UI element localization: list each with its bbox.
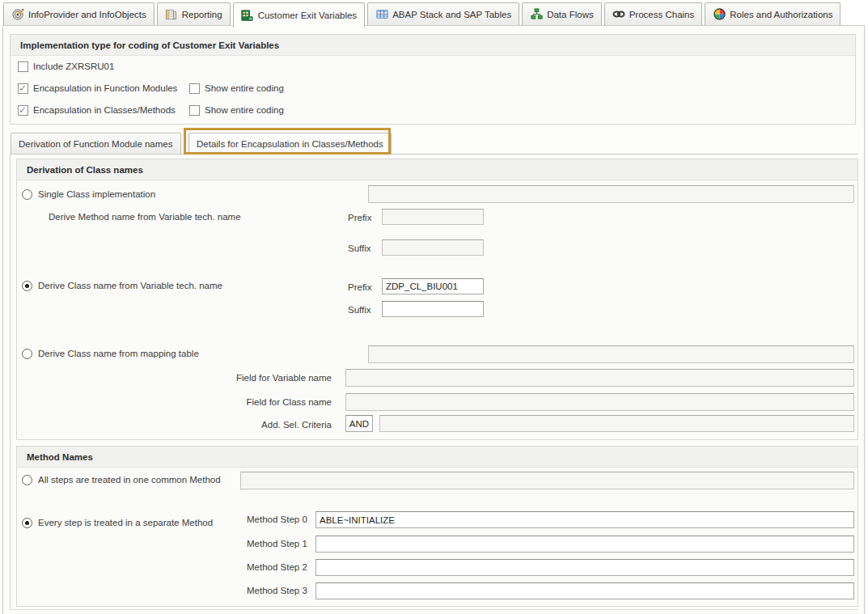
subtab-label: Derivation of Function Module names [19, 139, 173, 149]
variables-icon [241, 10, 254, 22]
tab-label: Process Chains [629, 10, 695, 19]
app-window: InfoProvider and InfoObjects Reporting C… [0, 0, 868, 614]
subpanel-top-border [10, 154, 858, 155]
single-class-radio[interactable] [22, 189, 32, 200]
field-variable-name-label: Field for Variable name [121, 373, 332, 383]
show-entire-coding-fm-label: Show entire coding [205, 83, 284, 93]
chain-icon [612, 8, 625, 20]
class-prefix-label: Prefix [348, 282, 371, 292]
show-entire-coding-fm-checkbox[interactable] [189, 83, 200, 94]
method-step-0-input[interactable] [315, 511, 854, 528]
method-suffix-field[interactable] [382, 239, 484, 256]
target-icon [11, 8, 24, 20]
tab-reporting[interactable]: Reporting [157, 2, 231, 25]
class-suffix-label: Suffix [348, 305, 371, 315]
encapsulation-function-modules-label: Encapsulation in Function Modules [33, 83, 177, 93]
method-step-2-input[interactable] [315, 559, 854, 576]
tab-label: Roles and Authorizations [730, 10, 832, 19]
method-prefix-field[interactable] [382, 209, 484, 225]
subtab-function-module-names[interactable]: Derivation of Function Module names [11, 133, 181, 154]
single-class-input[interactable] [368, 185, 854, 203]
main-tab-bar: InfoProvider and InfoObjects Reporting C… [3, 2, 840, 28]
derive-class-tech-radio[interactable] [22, 281, 32, 291]
encapsulation-classes-methods-label: Encapsulation in Classes/Methods [33, 105, 176, 115]
common-method-input[interactable] [240, 472, 854, 489]
dataflow-icon [530, 8, 543, 20]
derive-method-hint-label: Derive Method name from Variable tech. n… [49, 212, 241, 222]
encapsulation-classes-methods-checkbox[interactable] [18, 105, 28, 116]
mapping-table-input[interactable] [368, 345, 854, 363]
tab-label: InfoProvider and InfoObjects [28, 10, 146, 19]
add-sel-criteria-label: Add. Sel. Criteria [121, 420, 332, 430]
field-variable-name-input[interactable] [345, 369, 854, 387]
class-prefix-field[interactable] [382, 278, 484, 294]
subtab-label: Details for Encapsulation in Classes/Met… [197, 139, 383, 149]
roles-icon [713, 8, 726, 20]
include-zxrsru01-checkbox[interactable] [18, 61, 28, 72]
class-suffix-field[interactable] [382, 301, 484, 317]
tab-abap-stack-and-sap-tables[interactable]: ABAP Stack and SAP Tables [367, 2, 519, 25]
tab-label: Customer Exit Variables [258, 11, 358, 20]
add-sel-criteria-input[interactable] [379, 415, 854, 432]
derive-class-mapping-radio[interactable] [22, 349, 32, 359]
common-method-label: All steps are treated in one common Meth… [38, 475, 221, 485]
field-class-name-input[interactable] [345, 393, 854, 411]
method-prefix-label: Prefix [348, 213, 371, 222]
method-step-1-input[interactable] [315, 536, 854, 553]
subpanel-left-border [10, 154, 11, 609]
method-suffix-label: Suffix [348, 243, 371, 253]
method-step-0-label: Method Step 0 [247, 514, 307, 524]
table-icon [375, 8, 388, 20]
report-icon [165, 8, 178, 20]
single-class-label: Single Class implementation [38, 189, 155, 199]
tab-label: Reporting [182, 10, 222, 19]
subpanel-bottom-border [10, 609, 858, 610]
tab-roles-and-authorizations[interactable]: Roles and Authorizations [705, 2, 840, 25]
method-step-2-label: Method Step 2 [247, 562, 307, 572]
encapsulation-function-modules-checkbox[interactable] [18, 83, 28, 94]
method-names-title: Method Names [17, 447, 857, 468]
add-sel-operator-field[interactable] [345, 415, 373, 432]
tab-label: ABAP Stack and SAP Tables [392, 10, 511, 19]
tab-customer-exit-variables[interactable]: Customer Exit Variables [233, 2, 366, 28]
derive-class-tech-label: Derive Class name from Variable tech. na… [38, 281, 222, 290]
subtab-classes-methods-details[interactable]: Details for Encapsulation in Classes/Met… [188, 133, 392, 155]
tab-data-flows[interactable]: Data Flows [522, 2, 602, 25]
tab-process-chains[interactable]: Process Chains [604, 2, 703, 25]
tab-infoprovider-and-infoobjects[interactable]: InfoProvider and InfoObjects [3, 2, 155, 25]
separate-method-label: Every step is treated in a separate Meth… [38, 518, 213, 527]
derive-class-mapping-label: Derive Class name from mapping table [38, 349, 199, 358]
field-class-name-label: Field for Class name [121, 397, 332, 407]
common-method-radio[interactable] [22, 475, 32, 485]
method-step-3-label: Method Step 3 [247, 586, 307, 595]
show-entire-coding-cm-label: Show entire coding [205, 105, 284, 115]
method-step-1-label: Method Step 1 [247, 539, 307, 548]
separate-method-radio[interactable] [22, 518, 32, 528]
include-zxrsru01-label: Include ZXRSRU01 [33, 61, 114, 71]
show-entire-coding-cm-checkbox[interactable] [189, 105, 200, 116]
tab-label: Data Flows [547, 10, 594, 19]
implementation-type-title: Implementation type for coding of Custom… [11, 35, 855, 56]
class-names-title: Derivation of Class names [17, 159, 857, 180]
method-step-3-input[interactable] [315, 582, 854, 599]
